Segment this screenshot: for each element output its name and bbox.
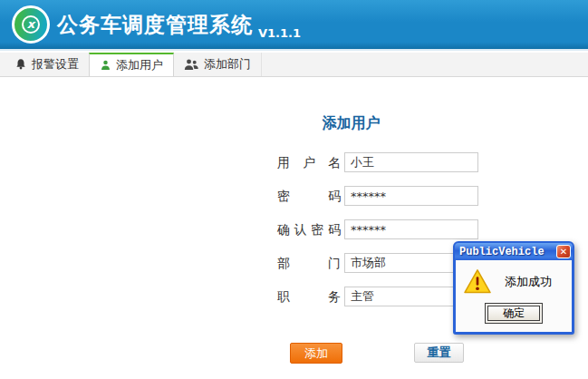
app-header: x 公务车调度管理系统 V1.1.1 <box>0 0 588 51</box>
position-label: 职务 <box>277 287 341 306</box>
app-window: x 公务车调度管理系统 V1.1.1 报警设置 添加用户 <box>0 0 588 379</box>
ok-button-frame: 确定 <box>485 303 543 324</box>
app-version: V1.1.1 <box>258 26 301 49</box>
username-label: 用户名 <box>277 152 341 172</box>
form-row-department: 部门 <box>277 253 341 273</box>
bell-icon <box>14 58 27 71</box>
tab-add-user[interactable]: 添加用户 <box>89 53 174 76</box>
form-row-username: 用户名 <box>277 152 341 172</box>
dialog-body: 添加成功 确定 <box>456 260 572 332</box>
close-icon[interactable]: ✕ <box>556 245 571 258</box>
username-input[interactable] <box>344 152 478 172</box>
confirm-password-input[interactable] <box>344 219 478 239</box>
tab-label: 报警设置 <box>32 56 79 73</box>
app-logo-icon: x <box>12 5 50 44</box>
warning-icon <box>463 268 492 295</box>
user-icon <box>100 59 111 72</box>
reset-button[interactable]: 重置 <box>414 343 464 363</box>
ok-button[interactable]: 确定 <box>487 306 540 321</box>
password-label: 密码 <box>277 186 341 206</box>
department-label: 部门 <box>277 253 341 273</box>
dialog-titlebar[interactable]: PublicVehicle ✕ <box>455 243 573 260</box>
tab-label: 添加部门 <box>204 56 251 73</box>
logo-x-glyph: x <box>22 15 40 34</box>
form-row-position: 职务 <box>277 287 341 306</box>
app-title: 公务车调度管理系统 <box>57 11 253 39</box>
tab-label: 添加用户 <box>116 57 163 73</box>
tab-bar: 报警设置 添加用户 添加部门 <box>0 53 588 77</box>
form-row-password: 密码 <box>277 186 341 206</box>
form-title: 添加用户 <box>299 114 403 133</box>
message-dialog: PublicVehicle ✕ 添加成功 确定 <box>453 241 574 335</box>
password-input[interactable] <box>344 186 478 206</box>
add-button[interactable]: 添加 <box>290 343 342 364</box>
dialog-message: 添加成功 <box>505 274 552 290</box>
dialog-title: PublicVehicle <box>459 246 545 258</box>
tab-add-department[interactable]: 添加部门 <box>174 53 262 76</box>
users-icon <box>184 58 199 71</box>
confirm-password-label: 确认密码 <box>277 219 341 239</box>
tab-alarm-settings[interactable]: 报警设置 <box>5 53 89 76</box>
form-row-confirm-password: 确认密码 <box>277 219 341 239</box>
